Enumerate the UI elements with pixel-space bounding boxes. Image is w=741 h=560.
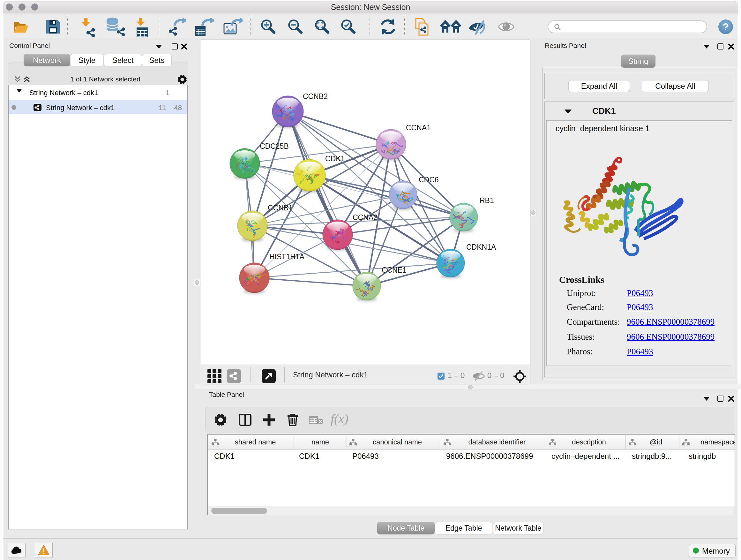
svg-text:RB1: RB1 (480, 196, 494, 205)
svg-text:CDK1: CDK1 (325, 154, 345, 163)
svg-text:CCNB2: CCNB2 (303, 92, 328, 101)
svg-text:CDKN1A: CDKN1A (466, 243, 496, 251)
svg-text:CCNA2: CCNA2 (353, 213, 378, 222)
svg-text:CCNE1: CCNE1 (382, 266, 407, 274)
svg-text:CDC6: CDC6 (419, 176, 439, 184)
svg-text:CDC25B: CDC25B (260, 142, 289, 150)
svg-text:CCNB1: CCNB1 (268, 204, 293, 212)
svg-text:HIST1H1A: HIST1H1A (269, 253, 305, 261)
svg-text:CCNA1: CCNA1 (406, 124, 431, 132)
